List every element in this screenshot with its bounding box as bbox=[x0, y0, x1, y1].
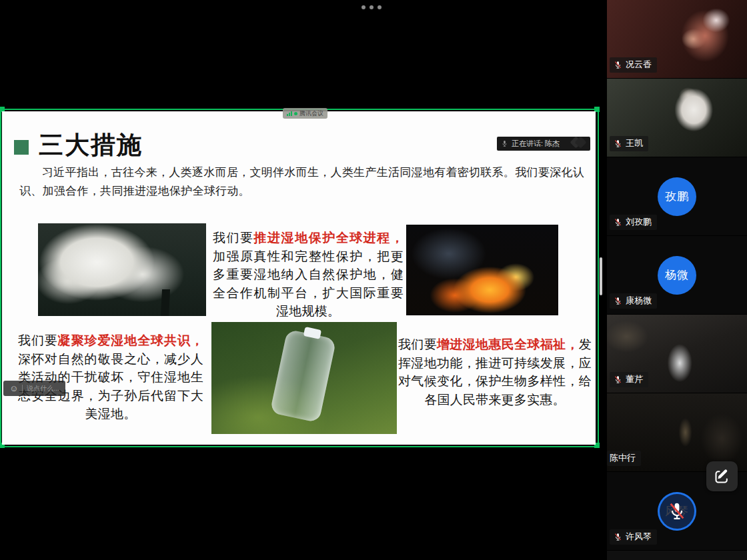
slide-intro-paragraph: 习近平指出，古往今来，人类逐水而居，文明伴水而生，人类生产生活同湿地有着密切联系… bbox=[19, 163, 585, 201]
participant-name: 陈中行 bbox=[610, 452, 636, 464]
block-highlight: 增进湿地惠民全球福祉， bbox=[437, 337, 579, 351]
participant-name-badge: 况云香 bbox=[610, 57, 657, 73]
more-options[interactable] bbox=[361, 5, 382, 9]
meeting-share-badge: 腾讯会议 bbox=[283, 108, 327, 119]
speaking-label: 正在讲话: 陈杰 bbox=[512, 139, 560, 149]
emoji-icon[interactable]: ☺ bbox=[9, 384, 18, 393]
presentation-slide: 三大措施 习近平指出，古往今来，人类逐水而居，文明伴水而生，人类生产生活同湿地有… bbox=[2, 111, 596, 445]
participant-tile-wangkai[interactable]: 王凯 bbox=[607, 79, 747, 157]
meeting-window: 三大措施 习近平指出，古往今来，人类逐水而居，文明伴水而生，人类生产生活同湿地有… bbox=[0, 0, 747, 560]
meeting-logo-watermark-icon bbox=[572, 138, 585, 147]
block-prefix: 我们要 bbox=[398, 337, 437, 351]
participant-name-badge: 陈中行 bbox=[607, 451, 641, 466]
share-badge-label: 腾讯会议 bbox=[299, 109, 323, 118]
muted-mic-icon bbox=[614, 533, 622, 541]
slide-text-block-consensus: 我们要凝聚珍爱湿地全球共识，深怀对自然的敬畏之心，减少人类活动的干扰破坏，守住湿… bbox=[18, 331, 203, 423]
participant-name-badge: 王凯 bbox=[610, 136, 648, 151]
participant-name: 董芹 bbox=[626, 373, 643, 385]
bottle-cap-shape bbox=[303, 327, 321, 339]
slide-image-bottle-grass bbox=[211, 322, 397, 434]
participant-name: 康杨微 bbox=[626, 295, 652, 307]
participant-tile-dongqin[interactable]: 董芹 bbox=[607, 315, 747, 393]
more-options-icon bbox=[361, 5, 365, 9]
slide-image-smoke-chimney bbox=[38, 223, 206, 316]
participant-name-badge: 刘孜鹏 bbox=[610, 215, 657, 230]
participant-name: 刘孜鹏 bbox=[626, 216, 652, 228]
muted-mic-overlay bbox=[660, 494, 694, 529]
more-options-icon bbox=[378, 5, 382, 9]
slide-text-block-progress: 我们要推进湿地保护全球进程，加强原真性和完整性保护，把更多重要湿地纳入自然保护地… bbox=[213, 229, 404, 321]
participant-name-badge: 董芹 bbox=[610, 372, 648, 387]
slide-text-block-welfare: 我们要增进湿地惠民全球福祉，发挥湿地功能，推进可持续发展，应对气候变化，保护生物… bbox=[398, 335, 592, 409]
annotate-button[interactable] bbox=[706, 461, 738, 491]
more-options-icon bbox=[369, 5, 374, 9]
block-rest: 加强原真性和完整性保护，把更多重要湿地纳入自然保护地，健全合作机制平台，扩大国际… bbox=[213, 249, 404, 319]
bottle-shape bbox=[270, 329, 337, 422]
speaking-banner: 正在讲话: 陈杰 bbox=[497, 137, 590, 151]
block-highlight: 推进湿地保护全球进程， bbox=[254, 231, 404, 245]
chat-input-collapsed[interactable]: ☺ 说点什么... bbox=[3, 381, 65, 396]
participant-tile-kuangyunxiang[interactable]: 况云香 bbox=[607, 0, 747, 79]
participant-name: 许风琴 bbox=[626, 531, 652, 543]
muted-mic-icon bbox=[614, 61, 622, 69]
pencil-icon bbox=[713, 467, 731, 485]
participant-tile-partial bbox=[607, 551, 747, 560]
avatar: 杨微 bbox=[658, 256, 696, 295]
microphone-icon bbox=[501, 140, 508, 147]
muted-mic-icon bbox=[667, 501, 687, 521]
chimney-shape bbox=[161, 289, 170, 316]
divider bbox=[22, 385, 23, 393]
chat-placeholder: 说点什么... bbox=[27, 384, 59, 393]
participant-name: 王凯 bbox=[626, 137, 643, 149]
participant-name-badge: 许风琴 bbox=[610, 529, 657, 545]
muted-mic-icon bbox=[614, 139, 622, 148]
status-dot-icon bbox=[294, 112, 297, 115]
scrollbar-thumb[interactable] bbox=[600, 257, 602, 295]
muted-mic-icon bbox=[614, 297, 622, 305]
participant-tile-chenzhongxing[interactable]: 陈中行 bbox=[607, 393, 747, 472]
slide-image-night-fire bbox=[406, 225, 558, 315]
muted-mic-icon bbox=[614, 218, 622, 227]
avatar: 孜鹏 bbox=[658, 177, 696, 216]
participant-name-badge: 康杨微 bbox=[610, 293, 657, 309]
signal-icon bbox=[287, 111, 292, 116]
muted-mic-icon bbox=[614, 375, 622, 384]
slide-title-row: 三大措施 bbox=[14, 129, 143, 162]
participant-tile-kangyangwei[interactable]: 杨微 康杨微 bbox=[607, 236, 747, 315]
participant-tile-liuzipeng[interactable]: 孜鹏 刘孜鹏 bbox=[607, 157, 747, 236]
block-prefix: 我们要 bbox=[213, 231, 254, 245]
participant-name: 况云香 bbox=[626, 59, 652, 71]
block-highlight: 凝聚珍爱湿地全球共识， bbox=[58, 333, 203, 347]
title-bullet-square bbox=[14, 140, 29, 155]
block-prefix: 我们要 bbox=[18, 333, 58, 347]
slide-title: 三大措施 bbox=[39, 129, 143, 162]
